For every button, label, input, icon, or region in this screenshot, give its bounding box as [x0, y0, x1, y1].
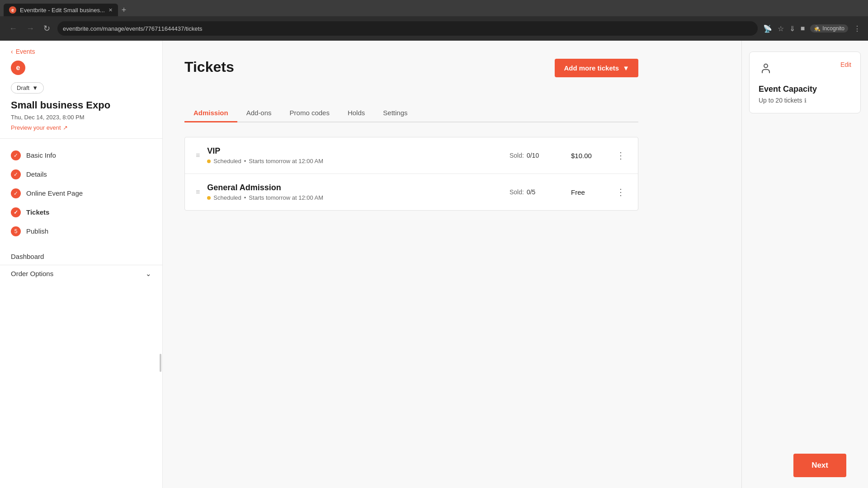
bottom-bar: Next: [772, 443, 868, 488]
external-link-icon: ↗: [63, 124, 68, 131]
edit-capacity-link[interactable]: Edit: [840, 61, 851, 68]
tab-bar: e Eventbrite - Edit Small busines... ✕ +: [0, 0, 868, 16]
tab-title: Eventbrite - Edit Small busines...: [20, 7, 105, 14]
forward-button[interactable]: →: [24, 22, 36, 35]
sidebar-item-publish[interactable]: 5 Publish: [0, 222, 162, 241]
ticket-name-ga: General Admission: [207, 183, 502, 192]
refresh-button[interactable]: ↻: [42, 22, 52, 35]
sidebar-item-details[interactable]: ✓ Details: [0, 165, 162, 184]
main-header: Tickets Add more tickets ▼: [184, 59, 638, 90]
draft-chevron-icon: ▼: [32, 84, 38, 91]
ticket-name-vip: VIP: [207, 146, 502, 156]
event-date: Thu, Dec 14, 2023, 8:00 PM: [11, 114, 151, 121]
ticket-status-text-vip: Scheduled: [213, 158, 241, 164]
incognito-label: Incognito: [822, 25, 844, 32]
ticket-list: ≡ VIP Scheduled • Starts tomorrow at 12:…: [184, 137, 638, 211]
download-icon[interactable]: ⇓: [789, 24, 795, 33]
table-row: ≡ VIP Scheduled • Starts tomorrow at 12:…: [185, 137, 638, 174]
app-container: ‹ Events e Draft ▼ Small business Expo T…: [0, 41, 868, 488]
ticket-schedule-ga: Starts tomorrow at 12:00 AM: [249, 194, 323, 201]
check-icon-online-event-page: ✓: [11, 188, 21, 198]
back-link[interactable]: ‹ Events: [11, 48, 151, 55]
sidebar-label-publish: Publish: [26, 227, 48, 235]
extensions-icon[interactable]: ■: [801, 24, 805, 33]
url-text: eventbrite.com/manage/events/77671164443…: [63, 25, 203, 32]
active-tab[interactable]: e Eventbrite - Edit Small busines... ✕: [4, 4, 118, 16]
ticket-price-ga: Free: [571, 188, 607, 196]
preview-link-text: Preview your event: [11, 124, 61, 131]
capacity-value: Up to 20 tickets ℹ: [759, 97, 851, 104]
tab-promo-codes[interactable]: Promo codes: [281, 104, 339, 122]
next-button[interactable]: Next: [793, 454, 846, 477]
capacity-header: Edit: [759, 61, 851, 79]
tab-addons[interactable]: Add-ons: [237, 104, 281, 122]
sidebar-item-basic-info[interactable]: ✓ Basic Info: [0, 146, 162, 165]
sidebar-label-dashboard: Dashboard: [11, 253, 44, 260]
draft-label: Draft: [17, 84, 29, 91]
check-icon-details: ✓: [11, 169, 21, 179]
sidebar-item-dashboard[interactable]: Dashboard: [0, 248, 162, 265]
capacity-card: Edit Event Capacity Up to 20 tickets ℹ: [749, 52, 861, 113]
capacity-icon: [759, 61, 777, 79]
status-dot-vip: [207, 160, 211, 163]
sidebar-label-details: Details: [26, 170, 47, 178]
drag-handle-icon[interactable]: ≡: [196, 188, 200, 196]
sidebar-item-online-event-page[interactable]: ✓ Online Event Page: [0, 184, 162, 203]
sidebar: ‹ Events e Draft ▼ Small business Expo T…: [0, 41, 163, 488]
menu-icon[interactable]: ⋮: [854, 24, 861, 33]
sidebar-label-basic-info: Basic Info: [26, 151, 56, 159]
drag-handle-icon[interactable]: ≡: [196, 151, 200, 160]
content-area: Tickets Add more tickets ▼ Admission Add…: [163, 41, 660, 229]
scrollbar[interactable]: [160, 354, 161, 372]
status-dot-ga: [207, 196, 211, 200]
ticket-sold-vip: Sold: 0/10: [509, 152, 564, 159]
info-icon[interactable]: ℹ: [804, 97, 807, 104]
sold-value-vip: 0/10: [527, 152, 539, 159]
event-title: Small business Expo: [11, 99, 151, 112]
tab-admission[interactable]: Admission: [184, 104, 237, 122]
toolbar-icons: 📡 ☆ ⇓ ■ 🕵 Incognito ⋮: [763, 24, 861, 33]
tabs-bar: Admission Add-ons Promo codes Holds Sett…: [184, 104, 638, 122]
main-content: Tickets Add more tickets ▼ Admission Add…: [163, 41, 741, 488]
number-badge-publish: 5: [11, 226, 21, 236]
eventbrite-logo: e: [11, 61, 25, 75]
sidebar-label-tickets: Tickets: [26, 208, 49, 216]
back-button[interactable]: ←: [7, 22, 19, 35]
check-icon-tickets: ✓: [11, 207, 21, 217]
new-tab-button[interactable]: +: [118, 4, 130, 16]
ticket-price-vip: $10.00: [571, 152, 607, 160]
nav-section: ✓ Basic Info ✓ Details ✓ Online Event Pa…: [0, 139, 162, 248]
cast-icon[interactable]: 📡: [763, 24, 772, 33]
ticket-actions-ga[interactable]: ⋮: [614, 185, 627, 199]
tab-holds[interactable]: Holds: [339, 104, 374, 122]
ticket-status-text-ga: Scheduled: [213, 194, 241, 201]
add-tickets-chevron-icon: ▼: [623, 64, 629, 72]
right-panel: Edit Event Capacity Up to 20 tickets ℹ: [741, 41, 868, 488]
tab-settings[interactable]: Settings: [374, 104, 416, 122]
browser-chrome: e Eventbrite - Edit Small busines... ✕ +…: [0, 0, 868, 41]
bookmark-icon[interactable]: ☆: [778, 24, 784, 33]
back-chevron-icon: ‹: [11, 48, 13, 55]
add-more-tickets-button[interactable]: Add more tickets ▼: [555, 59, 638, 77]
back-label: Events: [16, 48, 35, 55]
preview-link[interactable]: Preview your event ↗: [11, 124, 151, 131]
draft-dropdown[interactable]: Draft ▼: [11, 82, 44, 94]
table-row: ≡ General Admission Scheduled • Starts t…: [185, 174, 638, 210]
incognito-badge: 🕵 Incognito: [810, 24, 848, 33]
sidebar-item-tickets[interactable]: ✓ Tickets: [0, 203, 162, 222]
ticket-actions-vip[interactable]: ⋮: [614, 148, 627, 163]
ticket-schedule-vip: Starts tomorrow at 12:00 AM: [249, 158, 323, 164]
order-options-label: Order Options: [11, 270, 53, 277]
ticket-info-vip: VIP Scheduled • Starts tomorrow at 12:00…: [207, 146, 502, 164]
ticket-status-vip: Scheduled • Starts tomorrow at 12:00 AM: [207, 158, 502, 164]
tab-close-icon[interactable]: ✕: [108, 7, 113, 13]
sidebar-label-online-event-page: Online Event Page: [26, 189, 83, 197]
address-bar[interactable]: eventbrite.com/manage/events/77671164443…: [57, 21, 758, 36]
add-tickets-label: Add more tickets: [564, 64, 619, 72]
sidebar-top: ‹ Events e Draft ▼ Small business Expo T…: [0, 41, 162, 139]
ticket-info-ga: General Admission Scheduled • Starts tom…: [207, 183, 502, 201]
sold-value-ga: 0/5: [527, 188, 535, 196]
browser-toolbar: ← → ↻ eventbrite.com/manage/events/77671…: [0, 16, 868, 41]
order-options-chevron: ⌄: [146, 270, 151, 278]
order-options[interactable]: Order Options ⌄: [0, 265, 162, 282]
